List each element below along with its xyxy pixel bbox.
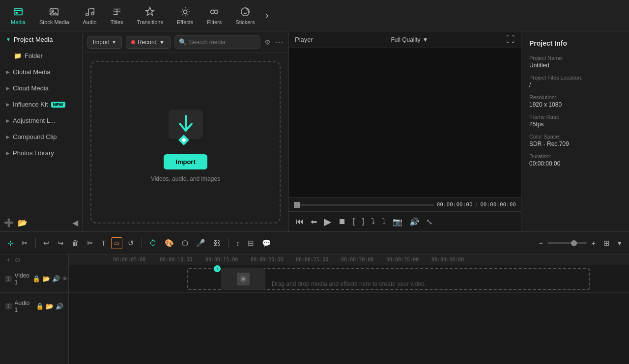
search-input[interactable] (189, 39, 257, 46)
speaker-icon[interactable]: 🔊 (52, 275, 60, 282)
zoom-slider[interactable] (547, 242, 587, 244)
sidebar-item-folder[interactable]: 📁 Folder (0, 48, 82, 64)
crop-button[interactable]: ▭ (111, 237, 122, 249)
color-button[interactable]: 🎨 (162, 237, 176, 250)
mark-in-button[interactable]: [ (351, 216, 357, 227)
record-dot-icon (131, 40, 135, 44)
preview-scrubber[interactable] (294, 204, 434, 206)
nav-item-stickers[interactable]: Stickers (229, 3, 261, 28)
preview-player-label: Player (295, 36, 313, 43)
svg-point-9 (241, 7, 250, 16)
timeline-ruler-area: 00:00:05:00 00:00:10:00 00:00:15:00 00:0… (69, 254, 629, 364)
audio1-track-row[interactable] (69, 293, 629, 320)
folder-button[interactable]: 📂 (18, 218, 28, 227)
resolution-value: 1920 x 1080 (529, 101, 621, 108)
cut-button[interactable]: ✂ (85, 237, 96, 250)
media-drop-area[interactable]: Import Videos, audio, and images (90, 61, 281, 224)
select-tool-button[interactable]: ⊹ (5, 237, 16, 250)
main-area: ▼ Project Media 📁 Folder ▶ Global Media … (0, 31, 629, 231)
overwrite-button[interactable]: ⤵ (380, 216, 388, 227)
skip-back-button[interactable]: ⏮ (294, 216, 306, 227)
text-button[interactable]: T (99, 237, 108, 249)
timeline-toolbar: ⊹ ✂ ↩ ↪ 🗑 ✂ T ▭ ↺ ⏱ 🎨 ⬡ 🎤 ⛓ ↕ ⊟ 💬 − + ⊞ … (0, 232, 629, 254)
nav-item-stock[interactable]: Stock Media (32, 3, 76, 28)
chevron-down-icon: ▼ (423, 36, 429, 43)
detach-audio-button[interactable]: ⊟ (245, 237, 257, 250)
link-track-button[interactable]: ⊙ (15, 256, 21, 264)
add-track-button[interactable]: ＋ (5, 255, 12, 264)
more-options-icon[interactable]: ⋯ (275, 37, 284, 48)
track-number-v1: 1 (5, 276, 12, 282)
snapshot-button[interactable]: 📷 (391, 216, 404, 227)
sidebar-item-global-media[interactable]: ▶ Global Media (0, 64, 82, 80)
insert-button[interactable]: ⤵ (369, 216, 377, 227)
lock-icon[interactable]: 🔒 (36, 303, 44, 310)
stop-button[interactable]: ⏹ (336, 216, 348, 227)
lock-icon[interactable]: 🔒 (32, 275, 40, 282)
nav-item-audio[interactable]: Audio (76, 3, 104, 28)
color-space-label: Color Space: (529, 134, 621, 140)
sidebar-item-compound-clip[interactable]: ▶ Compound Clip (0, 129, 82, 145)
speaker-icon[interactable]: 🔊 (56, 303, 63, 310)
motion-button[interactable]: ↺ (125, 237, 137, 250)
eye-icon[interactable]: 👁 (62, 275, 68, 282)
speed-button[interactable]: ⏱ (147, 237, 159, 249)
mic-button[interactable]: 🎤 (194, 237, 208, 250)
zoom-out-button[interactable]: − (536, 237, 545, 249)
zoom-in-button[interactable]: + (589, 237, 598, 249)
transform-button[interactable]: ⤡ (424, 216, 434, 227)
preview-controls: ⏮ ⬅ ▶ ⏹ [ ] ⤵ ⤵ 📷 🔊 ⤡ (289, 211, 521, 231)
nav-item-transitions[interactable]: Transitions (130, 3, 170, 28)
project-files-value: / (529, 82, 621, 88)
record-button[interactable]: Record ▼ (126, 36, 171, 49)
delete-button[interactable]: 🗑 (69, 237, 82, 249)
folder-icon[interactable]: 📂 (46, 303, 54, 310)
collapse-sidebar-button[interactable]: ◀ (72, 218, 78, 227)
folder-icon[interactable]: 📂 (42, 275, 50, 282)
sidebar-item-photos-library[interactable]: ▶ Photos Library (0, 145, 82, 161)
undo-button[interactable]: ↩ (41, 237, 52, 250)
add-media-button[interactable]: ➕ (4, 218, 14, 227)
audio-button[interactable]: 🔊 (407, 216, 421, 227)
sidebar: ▼ Project Media 📁 Folder ▶ Global Media … (0, 31, 83, 231)
search-box: 🔍 (174, 35, 261, 49)
nav-item-filters[interactable]: Filters (200, 3, 229, 28)
import-action-button[interactable]: Import (164, 154, 207, 169)
sidebar-item-influence-kit[interactable]: ▶ Influence Kit NEW (0, 96, 82, 112)
stabilize-button[interactable]: ⬡ (179, 237, 191, 250)
layout-button[interactable]: ⊞ (601, 237, 612, 250)
edit-tool-button[interactable]: ✂ (19, 237, 30, 250)
link-button[interactable]: ⛓ (211, 237, 223, 249)
more-options-button[interactable]: ▾ (615, 237, 624, 250)
nav-item-media[interactable]: Media (4, 3, 32, 28)
import-icon-wrap (164, 102, 208, 146)
zoom-thumb (571, 240, 577, 246)
play-button[interactable]: ▶ (322, 215, 333, 228)
chevron-right-icon: ▶ (6, 102, 10, 107)
video1-track-row[interactable]: + Drag and drop media and effects here t… (69, 265, 629, 293)
split-audio-button[interactable]: ↕ (233, 237, 242, 249)
nav-more-button[interactable]: › (261, 7, 272, 24)
sidebar-item-cloud-media[interactable]: ▶ Cloud Media (0, 80, 82, 96)
video1-track-label: 1 Video 1 🔒 📂 🔊 👁 (0, 265, 68, 293)
filter-icon[interactable]: ⚙ (264, 38, 271, 46)
mark-out-button[interactable]: ] (360, 216, 366, 227)
svg-point-7 (211, 10, 214, 13)
import-button[interactable]: Import ▼ (87, 36, 122, 49)
project-files-label: Project Files Location: (529, 75, 621, 81)
step-back-button[interactable]: ⬅ (309, 216, 319, 227)
sidebar-item-adjustment[interactable]: ▶ Adjustment L... (0, 112, 82, 129)
frame-rate-label: Frame Rate: (529, 114, 621, 120)
sidebar-item-project-media[interactable]: ▼ Project Media (0, 31, 82, 48)
toolbar-separator (35, 238, 36, 248)
top-nav: Media Stock Media Audio Titles Transitio… (0, 0, 629, 31)
fullscreen-icon[interactable]: ⛶ (506, 34, 515, 45)
media-toolbar: Import ▼ Record ▼ 🔍 ⚙ ⋯ (83, 31, 288, 53)
subtitle-button[interactable]: 💬 (259, 237, 274, 250)
redo-button[interactable]: ↪ (55, 237, 66, 250)
nav-item-effects[interactable]: Effects (170, 3, 200, 28)
nav-item-titles[interactable]: Titles (104, 3, 130, 28)
quality-select[interactable]: Full Quality ▼ (391, 36, 428, 43)
preview-toolbar: Player Full Quality ▼ ⛶ (289, 31, 521, 48)
ruler-tick-1: 00:00:05:00 (113, 257, 145, 262)
